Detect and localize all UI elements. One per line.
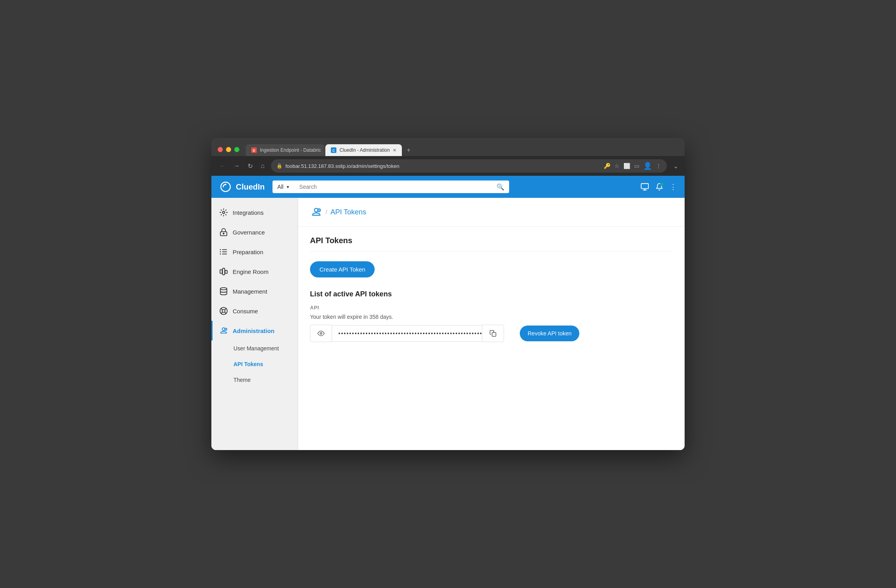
svg-rect-32 <box>492 333 496 337</box>
svg-text:D: D <box>253 149 256 153</box>
home-button[interactable]: ⌂ <box>259 161 266 171</box>
minimize-button[interactable] <box>226 147 231 152</box>
preparation-label: Preparation <box>233 249 263 255</box>
back-button[interactable]: ← <box>218 161 227 171</box>
integrations-label: Integrations <box>233 209 263 216</box>
chevron-down-icon[interactable]: ⌄ <box>673 162 678 170</box>
page-title: API Tokens <box>310 236 673 252</box>
header-right: ⋮ <box>640 182 677 191</box>
sidebar-item-management[interactable]: Management <box>211 281 298 301</box>
svg-line-25 <box>225 309 226 310</box>
token-row: ••••••••••••••••••••••••••••••••••••••••… <box>310 325 673 342</box>
logo-area[interactable]: CluedIn <box>219 180 265 193</box>
search-dropdown-label: All <box>277 184 284 190</box>
svg-line-24 <box>225 312 226 314</box>
administration-icon <box>219 326 228 335</box>
key-icon[interactable]: 🔑 <box>604 163 610 169</box>
browser-tab-2[interactable]: C CluedIn - Administration ✕ <box>325 144 402 156</box>
token-copy-button[interactable] <box>482 325 504 342</box>
maximize-button[interactable] <box>234 147 239 152</box>
sidebar-item-integrations[interactable]: Integrations <box>211 203 298 222</box>
tab-favicon-1: D <box>251 147 257 153</box>
administration-label: Administration <box>233 327 274 334</box>
svg-point-20 <box>220 288 227 290</box>
search-button[interactable]: 🔍 <box>497 183 504 191</box>
token-expiry: Your token will expire in 358 days. <box>310 314 673 320</box>
tab-close-1[interactable]: ✕ <box>324 148 325 153</box>
main-content: / API Tokens API Tokens Create API Token… <box>298 198 685 450</box>
engine-room-label: Engine Room <box>233 268 269 275</box>
api-label: API <box>310 305 673 311</box>
app: CluedIn All ▼ 🔍 <box>211 176 685 450</box>
cluedin-logo-icon <box>219 180 232 193</box>
sidebar: Integrations Governance <box>211 198 298 450</box>
address-bar[interactable]: 🔒 foobar.51.132.187.83.sslip.io/admin/se… <box>271 159 667 173</box>
star-icon[interactable]: ☆ <box>614 163 620 169</box>
svg-point-4 <box>225 184 226 185</box>
consume-label: Consume <box>233 308 258 314</box>
address-bar-icons: 🔑 ☆ ⬜ ▭ 👤 ⋮ <box>604 162 661 170</box>
preparation-icon <box>219 247 228 256</box>
list-section-title: List of active API tokens <box>310 290 673 298</box>
governance-label: Governance <box>233 229 265 236</box>
browser-addressbar: ← → ↻ ⌂ 🔒 foobar.51.132.187.83.sslip.io/… <box>211 156 685 176</box>
svg-text:C: C <box>332 149 335 153</box>
svg-line-26 <box>221 312 223 314</box>
browser-tabs: D Ingestion Endpoint - Databric ✕ C Clue… <box>246 144 414 156</box>
breadcrumb-separator: / <box>326 209 327 215</box>
reload-button[interactable]: ↻ <box>246 161 254 171</box>
address-text: foobar.51.132.187.83.sslip.io/admin/sett… <box>286 163 601 169</box>
svg-rect-18 <box>222 268 225 275</box>
sidebar-item-consume[interactable]: Consume <box>211 301 298 321</box>
token-visibility-button[interactable] <box>310 325 332 342</box>
search-input-wrap: 🔍 <box>295 180 510 193</box>
content-section: API Tokens Create API Token List of acti… <box>298 227 685 352</box>
profile-icon[interactable]: 👤 <box>643 162 652 170</box>
sidebar-item-engine-room[interactable]: Engine Room <box>211 262 298 281</box>
svg-point-10 <box>223 233 224 234</box>
revoke-api-token-button[interactable]: Revoke API token <box>520 326 579 341</box>
sidebar-item-preparation[interactable]: Preparation <box>211 242 298 262</box>
tab-close-2[interactable]: ✕ <box>393 148 396 153</box>
svg-point-8 <box>222 211 225 214</box>
svg-rect-5 <box>641 184 648 189</box>
svg-rect-17 <box>220 270 222 273</box>
extension-icon[interactable]: ⬜ <box>623 163 630 169</box>
more-icon[interactable]: ⋮ <box>656 163 661 169</box>
monitor-icon-button[interactable] <box>640 182 649 191</box>
sidebar-sub-theme[interactable]: Theme <box>211 372 298 388</box>
forward-button[interactable]: → <box>232 161 241 171</box>
svg-point-31 <box>320 333 322 335</box>
lock-icon: 🔒 <box>276 163 282 169</box>
tab-label-1: Ingestion Endpoint - Databric <box>260 147 321 153</box>
notification-bell-button[interactable] <box>655 183 663 191</box>
svg-rect-19 <box>225 270 228 273</box>
search-dropdown[interactable]: All ▼ <box>273 180 294 193</box>
browser-titlebar: D Ingestion Endpoint - Databric ✕ C Clue… <box>211 138 685 156</box>
browser-tab-1[interactable]: D Ingestion Endpoint - Databric ✕ <box>246 144 325 156</box>
more-menu-button[interactable]: ⋮ <box>670 182 677 191</box>
search-input[interactable] <box>299 180 497 193</box>
breadcrumb-current: API Tokens <box>330 208 366 216</box>
tab-label-2: CluedIn - Administration <box>340 147 390 153</box>
sidebar-sub-api-tokens[interactable]: API Tokens <box>211 356 298 372</box>
sidebar-item-governance[interactable]: Governance <box>211 222 298 242</box>
governance-icon <box>219 228 228 236</box>
token-value: ••••••••••••••••••••••••••••••••••••••••… <box>332 325 482 342</box>
split-view-icon[interactable]: ▭ <box>634 163 639 169</box>
sidebar-item-administration[interactable]: Administration <box>211 321 298 341</box>
app-header: CluedIn All ▼ 🔍 <box>211 176 685 198</box>
svg-line-23 <box>221 309 223 310</box>
engine-room-icon <box>219 267 228 276</box>
close-button[interactable] <box>218 147 223 152</box>
browser-buttons <box>218 147 239 152</box>
sidebar-sub-user-management[interactable]: User Management <box>211 341 298 356</box>
browser-window: D Ingestion Endpoint - Databric ✕ C Clue… <box>211 138 685 450</box>
sidebar-sub-menu: User Management API Tokens Theme <box>211 341 298 388</box>
integrations-icon <box>219 208 228 217</box>
management-icon <box>219 287 228 296</box>
consume-icon <box>219 307 228 315</box>
new-tab-button[interactable]: + <box>403 144 414 156</box>
create-api-token-button[interactable]: Create API Token <box>310 261 375 277</box>
search-dropdown-chevron: ▼ <box>286 185 290 189</box>
